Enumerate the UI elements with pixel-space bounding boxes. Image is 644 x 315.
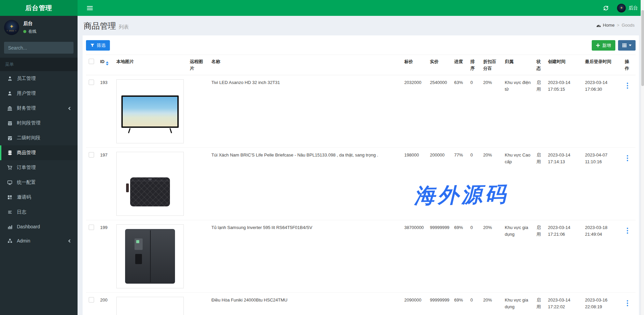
sidebar-item-orders[interactable]: 订单管理 — [0, 160, 78, 175]
sidebar-item-label: 时间段管理 — [17, 120, 40, 126]
calendar-icon — [6, 120, 13, 126]
column-header-remote-image: 远程图片 — [187, 55, 209, 75]
plus-icon — [596, 44, 600, 47]
row-checkbox[interactable] — [89, 297, 94, 303]
sidebar-item-label: Admin — [17, 238, 30, 244]
sidebar-item-admin[interactable]: Admin — [0, 234, 78, 248]
cell-last-login: 2023-03-14 17:06:30 — [582, 75, 622, 148]
local-image-thumbnail[interactable] — [116, 297, 184, 315]
cell-name: Túi Xách Nam BRIC'S Life Pelle Briefcase… — [209, 148, 402, 220]
refresh-icon — [603, 5, 609, 11]
more-actions-icon[interactable] — [625, 299, 630, 307]
column-header-sort: 排序 — [468, 55, 480, 75]
user-icon — [6, 91, 13, 96]
sidebar-search-input[interactable] — [4, 42, 73, 54]
breadcrumb-current: Goods — [622, 23, 635, 28]
sort-icon[interactable] — [106, 61, 109, 65]
blank-image — [117, 297, 183, 315]
database-icon — [6, 150, 13, 155]
sidebar-user-panel: ✦✧ 2022 ✧ 后台 在线 — [0, 16, 78, 39]
online-status-label: 在线 — [28, 29, 36, 34]
cell-sort: 0 — [468, 220, 480, 293]
cell-category: Khu vực gia dụng — [502, 293, 534, 315]
status-badge: 启用 — [534, 220, 545, 293]
column-header-local-image: 本地图片 — [114, 55, 187, 75]
row-checkbox[interactable] — [89, 80, 94, 85]
cell-sort: 0 — [468, 148, 480, 220]
cell-id: 200 — [97, 293, 114, 315]
column-header-last-login: 最后登录时间 — [582, 55, 622, 75]
cell-progress: 77% — [451, 148, 468, 220]
filter-button[interactable]: 筛选 — [86, 40, 110, 51]
row-checkbox[interactable] — [89, 152, 94, 158]
sidebar-toggle-button[interactable] — [83, 0, 97, 16]
user-menu[interactable]: ✦ 后台 — [617, 0, 638, 16]
breadcrumb-home-link[interactable]: Home — [596, 23, 615, 28]
sidebar-item-employees[interactable]: 员工管理 — [0, 71, 78, 86]
column-label: 实价 — [430, 59, 439, 64]
cell-category: Khu vực Cao cấp — [502, 148, 534, 220]
sidebar-item-sub-timeslots[interactable]: 二级时间段 — [0, 131, 78, 145]
column-header-created: 创建时间 — [545, 55, 582, 75]
column-header-ops: 操作 — [622, 55, 636, 75]
cell-id: 193 — [97, 75, 114, 148]
breadcrumb-separator: > — [617, 23, 619, 28]
sidebar-item-dashboard[interactable]: Dashboard — [0, 220, 78, 234]
sidebar-menu: 员工管理 用户管理 财务管理 时间段管理 二级时间段 — [0, 71, 78, 248]
cell-name: Điều Hòa Funiki 24000Btu HSC24TMU — [209, 293, 402, 315]
sitemap-icon — [6, 238, 13, 243]
navbar-username: 后台 — [628, 5, 638, 11]
scrollbar-thumb[interactable] — [641, 10, 644, 86]
chevron-left-icon — [68, 107, 72, 110]
cell-list-price: 2032000 — [402, 75, 427, 148]
sidebar-item-config[interactable]: 统一配置 — [0, 175, 78, 190]
sidebar-item-goods[interactable]: 商品管理 — [0, 145, 78, 160]
local-image-thumbnail[interactable] — [116, 152, 184, 216]
row-checkbox[interactable] — [89, 225, 94, 230]
sidebar-item-users[interactable]: 用户管理 — [0, 86, 78, 101]
local-image-thumbnail[interactable] — [116, 79, 184, 143]
navbar-avatar: ✦ — [617, 4, 626, 12]
columns-dropdown-button[interactable] — [618, 40, 636, 51]
sidebar-item-label: 二级时间段 — [17, 135, 40, 141]
cell-created: 2023-03-14 17:14:13 — [545, 148, 582, 220]
status-badge: 启用 — [534, 148, 545, 220]
column-header-id[interactable]: ID — [97, 55, 114, 75]
table-row: 199 Tủ lạnh Samsung Inverter 595 lít RS6… — [86, 220, 636, 293]
column-header-real-price: 实价 — [427, 55, 451, 75]
column-header-discount: 折扣百分百 — [480, 55, 502, 75]
scrollbar[interactable] — [641, 0, 644, 315]
refresh-button[interactable] — [601, 0, 611, 16]
cell-progress: 63% — [451, 75, 468, 148]
add-button[interactable]: 新增 — [592, 40, 615, 51]
cart-icon — [6, 165, 13, 170]
sidebar-item-logs[interactable]: 日志 — [0, 205, 78, 220]
sidebar-item-finance[interactable]: 财务管理 — [0, 101, 78, 116]
cell-real-price: 2540000 — [427, 75, 451, 148]
column-header-status: 状态 — [534, 55, 545, 75]
sidebar-item-label: 订单管理 — [17, 165, 36, 171]
cell-discount: 20% — [480, 148, 502, 220]
brand-logo[interactable]: 后台管理 — [0, 0, 78, 16]
cell-discount: 20% — [480, 75, 502, 148]
list-icon — [6, 210, 13, 214]
sidebar-item-label: 员工管理 — [17, 76, 36, 82]
local-image-thumbnail[interactable] — [116, 224, 184, 288]
sidebar-item-label: 用户管理 — [17, 90, 36, 96]
cell-remote-image — [187, 220, 209, 293]
sidebar-item-timeslots[interactable]: 时间段管理 — [0, 116, 78, 131]
cell-list-price: 38700000 — [402, 220, 427, 293]
cell-last-login: 2023-04-07 11:10:16 — [582, 148, 622, 220]
sidebar-item-label: 邀请码 — [17, 194, 31, 200]
sidebar-search-button[interactable] — [73, 42, 74, 54]
cell-progress: 69% — [451, 293, 468, 315]
more-actions-icon[interactable] — [625, 82, 630, 89]
column-label: 标价 — [404, 59, 413, 64]
table-row: 200 Điều Hòa Funiki 24000Btu HSC24TMU 20… — [86, 293, 636, 315]
sidebar-user-name: 后台 — [23, 21, 36, 27]
more-actions-icon[interactable] — [625, 154, 630, 162]
more-actions-icon[interactable] — [625, 227, 630, 234]
cell-remote-image — [187, 293, 209, 315]
sidebar-item-invite-codes[interactable]: 邀请码 — [0, 190, 78, 205]
select-all-checkbox[interactable] — [89, 59, 94, 64]
